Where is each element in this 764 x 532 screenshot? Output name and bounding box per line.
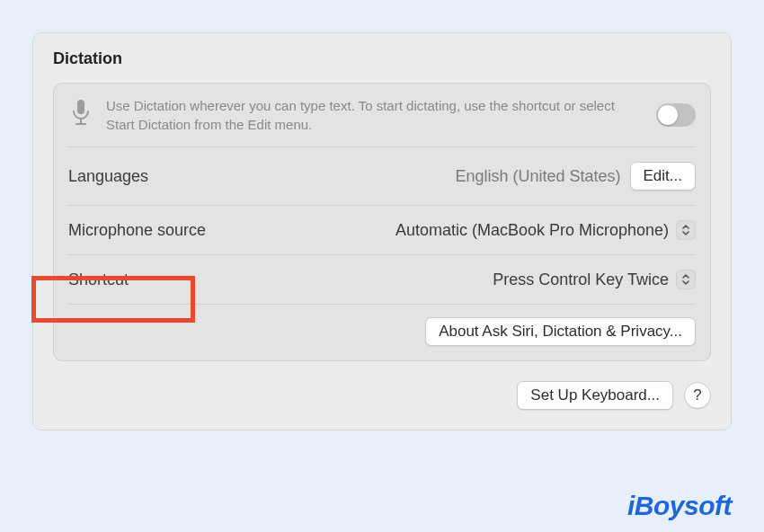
microphone-icon [68,97,93,133]
microphone-value: Automatic (MacBook Pro Microphone) [395,221,669,240]
footer-row: Set Up Keyboard... ? [53,381,711,410]
microphone-row: Microphone source Automatic (MacBook Pro… [54,206,710,254]
dictation-description: Use Dictation wherever you can type text… [106,96,644,134]
section-title: Dictation [53,49,711,68]
edit-languages-button[interactable]: Edit... [630,162,696,191]
svg-rect-0 [77,100,84,114]
about-row: About Ask Siri, Dictation & Privacy... [54,305,710,360]
help-button[interactable]: ? [684,382,711,409]
about-privacy-button[interactable]: About Ask Siri, Dictation & Privacy... [425,317,696,346]
dictation-info-row: Use Dictation wherever you can type text… [54,84,710,146]
dictation-toggle[interactable] [656,103,696,127]
setup-keyboard-button[interactable]: Set Up Keyboard... [517,381,673,410]
shortcut-value: Press Control Key Twice [493,270,669,289]
shortcut-label: Shortcut [68,270,129,289]
shortcut-select[interactable]: Press Control Key Twice [493,270,696,289]
languages-row: Languages English (United States) Edit..… [54,147,710,205]
shortcut-row: Shortcut Press Control Key Twice [54,255,710,304]
chevron-up-down-icon [676,270,696,289]
microphone-select[interactable]: Automatic (MacBook Pro Microphone) [395,220,696,240]
chevron-up-down-icon [676,220,696,240]
watermark-logo: iBoysoft [627,491,732,521]
dictation-panel: Dictation Use Dictation wherever you can… [32,32,732,430]
languages-value: English (United States) [455,167,620,186]
microphone-label: Microphone source [68,221,206,240]
languages-label: Languages [68,167,148,186]
settings-group: Use Dictation wherever you can type text… [53,83,711,361]
